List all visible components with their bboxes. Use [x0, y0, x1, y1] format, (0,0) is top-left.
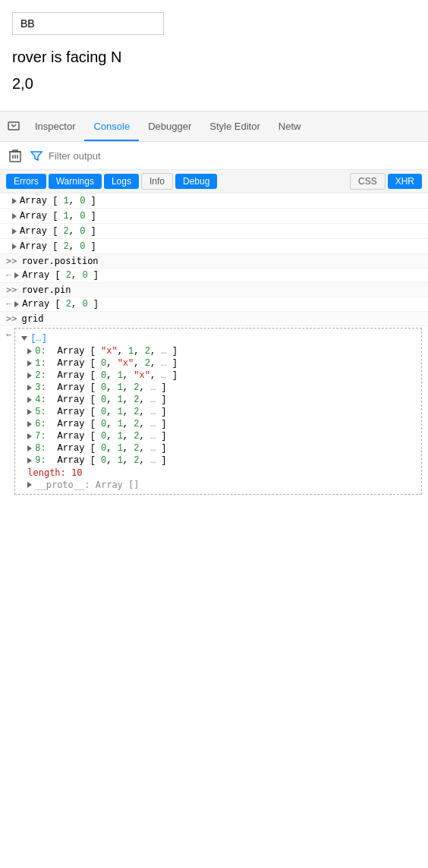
- tab-console[interactable]: Console: [84, 112, 139, 141]
- expand-icon[interactable]: [27, 360, 32, 366]
- css-button[interactable]: CSS: [350, 173, 386, 190]
- filter-icon: [29, 148, 44, 163]
- list-item: Array [ 2 , 0 ]: [0, 239, 428, 254]
- logs-button[interactable]: Logs: [104, 174, 139, 189]
- bb-input[interactable]: [12, 12, 164, 35]
- expand-icon[interactable]: [14, 272, 19, 278]
- prompt-command: rover.pin: [21, 285, 71, 295]
- prompt-line: >> rover.position: [0, 254, 428, 269]
- expand-icon[interactable]: [27, 445, 32, 451]
- filter-input[interactable]: [49, 150, 422, 162]
- grid-row-1: 1: Array [ 0 , "x" , 2 , … ]: [15, 357, 421, 370]
- tab-debugger[interactable]: Debugger: [139, 112, 200, 141]
- errors-button[interactable]: Errors: [6, 174, 46, 189]
- position-text: 2,0: [12, 75, 416, 93]
- tab-style-editor[interactable]: Style Editor: [200, 112, 269, 141]
- expand-icon[interactable]: [27, 373, 32, 379]
- grid-row-5: 5: Array [ 0 , 1 , 2 , … ]: [15, 406, 421, 418]
- result-line: ← Array [ 2 , 0 ]: [0, 297, 428, 312]
- collapse-icon[interactable]: [21, 336, 27, 341]
- prompt-command: rover.position: [21, 256, 98, 266]
- grid-expanded: […] 0: Array [ "x" , 1 , 2 , … ]: [14, 328, 422, 495]
- svg-line-2: [14, 124, 16, 127]
- expand-icon[interactable]: [27, 458, 32, 464]
- grid-proto: __proto__: Array []: [15, 479, 421, 491]
- button-row: Errors Warnings Logs Info Debug CSS XHR: [0, 170, 428, 193]
- list-item: Array [ 2 , 0 ]: [0, 224, 428, 239]
- grid-row-0: 0: Array [ "x" , 1 , 2 , … ]: [15, 345, 421, 357]
- tab-bar: Inspector Console Debugger Style Editor …: [0, 112, 428, 142]
- tab-network[interactable]: Netw: [269, 112, 310, 141]
- expand-icon[interactable]: [27, 421, 32, 427]
- top-area: rover is facing N 2,0: [0, 0, 428, 111]
- xhr-button[interactable]: XHR: [388, 174, 422, 189]
- clear-button[interactable]: [6, 146, 24, 165]
- grid-row-6: 6: Array [ 0 , 1 , 2 , … ]: [15, 418, 421, 430]
- grid-row-9: 9: Array [ 0 , 1 , 2 , … ]: [15, 454, 421, 467]
- rover-facing-text: rover is facing N: [12, 49, 416, 66]
- grid-row-4: 4: Array [ 0 , 1 , 2 , … ]: [15, 394, 421, 406]
- list-item: Array [ 1 , 0 ]: [0, 209, 428, 224]
- list-item: Array [ 1 , 0 ]: [0, 193, 428, 209]
- expand-icon[interactable]: [27, 397, 32, 403]
- grid-header: […]: [15, 332, 421, 345]
- result-line: ← Array [ 2 , 0 ]: [0, 269, 428, 283]
- prompt-line: >> rover.pin: [0, 283, 428, 297]
- devtools-panel: Inspector Console Debugger Style Editor …: [0, 111, 428, 496]
- prompt-line: >> grid: [0, 312, 428, 326]
- expand-icon[interactable]: [27, 409, 32, 415]
- expand-icon[interactable]: [12, 244, 17, 250]
- tab-inspector[interactable]: Inspector: [26, 112, 84, 141]
- console-output: Array [ 1 , 0 ] Array [ 1 , 0 ] Array [ …: [0, 193, 428, 496]
- grid-result: ← […] 0: Array [ "x" , 1 , 2 ,: [0, 326, 428, 496]
- grid-length: length: 10: [15, 467, 421, 479]
- expand-icon[interactable]: [27, 348, 32, 354]
- grid-row-7: 7: Array [ 0 , 1 , 2 , … ]: [15, 430, 421, 442]
- expand-icon[interactable]: [12, 198, 17, 204]
- devtools-icon[interactable]: [3, 116, 24, 137]
- expand-icon[interactable]: [27, 385, 32, 391]
- prompt-command: grid: [21, 313, 43, 324]
- grid-row-2: 2: Array [ 0 , 1 , "x" , … ]: [15, 370, 421, 382]
- expand-icon[interactable]: [27, 433, 32, 439]
- info-button[interactable]: Info: [141, 173, 173, 190]
- expand-icon[interactable]: [12, 228, 17, 234]
- expand-icon[interactable]: [12, 213, 17, 219]
- expand-icon[interactable]: [27, 482, 32, 488]
- grid-row-8: 8: Array [ 0 , 1 , 2 , … ]: [15, 442, 421, 454]
- grid-row-3: 3: Array [ 0 , 1 , 2 , … ]: [15, 382, 421, 394]
- warnings-button[interactable]: Warnings: [49, 174, 102, 189]
- svg-line-1: [11, 124, 14, 127]
- debug-button[interactable]: Debug: [175, 174, 217, 189]
- toolbar-row: [0, 142, 428, 170]
- expand-icon[interactable]: [14, 301, 19, 307]
